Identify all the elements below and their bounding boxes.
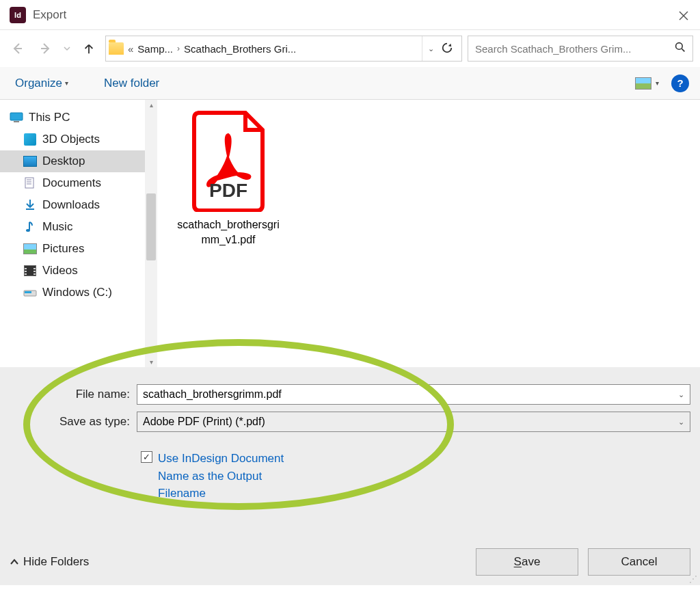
save-label-rest: ave (522, 555, 540, 568)
svg-point-4 (676, 43, 683, 50)
view-mode-button[interactable]: ▾ (635, 77, 659, 90)
pdf-icon: PDF (187, 109, 269, 212)
bottom-bar: Hide Folders Save Cancel (10, 548, 690, 576)
save-as-type-label: Save as type: (10, 415, 137, 429)
breadcrumb-prefix: « (128, 43, 133, 55)
scroll-thumb[interactable] (146, 193, 156, 260)
svg-rect-8 (25, 178, 33, 188)
breadcrumb-segment-2[interactable]: Scathach_Brothers Gri... (184, 43, 296, 55)
pictures-icon (23, 243, 37, 254)
svg-rect-15 (25, 291, 31, 293)
new-folder-label: New folder (104, 77, 159, 90)
scroll-up-icon[interactable]: ▴ (145, 101, 157, 109)
drive-icon (23, 287, 37, 298)
bottom-panel: File name: ⌄ Save as type: Adobe PDF (Pr… (0, 368, 700, 585)
window-title: Export (33, 8, 66, 22)
chevron-down-icon[interactable]: ⌄ (678, 418, 684, 427)
save-as-type-row: Save as type: Adobe PDF (Print) (*.pdf) … (10, 412, 690, 432)
use-document-name-row: ✓ Use InDesign Document Name as the Outp… (141, 450, 690, 502)
cancel-label: Cancel (621, 555, 658, 569)
file-name-input[interactable] (143, 388, 684, 401)
folder-icon (109, 42, 124, 55)
search-input[interactable] (475, 43, 669, 55)
chevron-up-icon (10, 557, 19, 567)
use-document-name-checkbox[interactable]: ✓ (141, 451, 152, 463)
sidebar: This PC 3D Objects Desktop Documents Dow… (0, 100, 157, 367)
sidebar-item-videos[interactable]: Videos (0, 260, 157, 282)
new-folder-button[interactable]: New folder (100, 74, 163, 93)
svg-point-13 (26, 229, 30, 232)
save-button[interactable]: Save (476, 548, 578, 576)
save-as-type-select[interactable]: Adobe PDF (Print) (*.pdf) ⌄ (137, 412, 690, 432)
this-pc-icon (10, 112, 23, 123)
sidebar-scrollbar[interactable]: ▴ ▾ (145, 100, 157, 367)
search-box[interactable] (468, 36, 693, 62)
forward-button[interactable] (34, 38, 56, 59)
use-document-name-label[interactable]: Use InDesign Document Name as the Output… (158, 450, 308, 502)
videos-icon (23, 265, 37, 276)
file-name-row: File name: ⌄ (10, 384, 690, 405)
documents-icon (23, 178, 37, 189)
chevron-right-icon: › (177, 44, 180, 53)
sidebar-item-music[interactable]: Music (0, 216, 157, 238)
back-button[interactable] (7, 38, 29, 59)
sidebar-item-label: Pictures (42, 242, 84, 256)
titlebar: Id Export (0, 0, 700, 30)
chevron-down-icon: ▾ (656, 79, 659, 87)
hide-folders-label: Hide Folders (23, 555, 89, 569)
sidebar-item-downloads[interactable]: Downloads (0, 194, 157, 216)
chevron-down-icon[interactable]: ⌄ (678, 390, 684, 399)
up-button[interactable] (78, 38, 100, 59)
navigation-row: « Samp... › Scathach_Brothers Gri... ⌄ (0, 30, 700, 67)
file-name-label: File name: (10, 388, 137, 401)
sidebar-item-label: Windows (C:) (42, 286, 112, 299)
address-bar[interactable]: « Samp... › Scathach_Brothers Gri... ⌄ (105, 36, 462, 62)
indesign-app-icon: Id (10, 7, 26, 23)
svg-line-5 (682, 49, 684, 51)
toolbar: Organize ▾ New folder ▾ ? (0, 67, 700, 100)
breadcrumb-segment-1[interactable]: Samp... (137, 43, 173, 55)
refresh-icon[interactable] (441, 42, 453, 56)
search-icon[interactable] (675, 42, 686, 55)
view-mode-icon (635, 77, 651, 90)
sidebar-item-label: Music (42, 220, 72, 234)
sidebar-item-pictures[interactable]: Pictures (0, 238, 157, 260)
sidebar-item-desktop[interactable]: Desktop (0, 150, 157, 172)
organize-button[interactable]: Organize ▾ (11, 74, 72, 93)
file-name-input-wrapper[interactable]: ⌄ (137, 384, 690, 405)
resize-grip-icon[interactable]: ⋰ (688, 574, 697, 584)
svg-rect-6 (10, 113, 23, 120)
svg-text:PDF: PDF (209, 180, 247, 201)
sidebar-item-3d-objects[interactable]: 3D Objects (0, 129, 157, 150)
music-icon (23, 221, 37, 232)
sidebar-item-documents[interactable]: Documents (0, 172, 157, 194)
file-name-label: scathach_brothersgrimm_v1.pdf (174, 217, 283, 247)
sidebar-item-label: This PC (29, 111, 70, 124)
sidebar-item-this-pc[interactable]: This PC (0, 107, 157, 129)
scroll-down-icon[interactable]: ▾ (145, 358, 157, 366)
sidebar-item-label: Videos (42, 264, 78, 278)
chevron-down-icon: ▾ (65, 79, 68, 87)
recent-dropdown[interactable] (62, 38, 72, 59)
address-dropdown-icon[interactable]: ⌄ (428, 44, 434, 53)
sidebar-item-label: Documents (42, 176, 101, 190)
sidebar-item-windows-c[interactable]: Windows (C:) (0, 282, 157, 304)
3d-objects-icon (23, 134, 37, 145)
sidebar-item-label: Desktop (42, 154, 85, 168)
save-as-type-value: Adobe PDF (Print) (*.pdf) (143, 416, 684, 428)
svg-rect-7 (14, 121, 19, 122)
file-pane[interactable]: PDF scathach_brothersgrimm_v1.pdf (157, 100, 700, 367)
desktop-icon (23, 156, 37, 167)
cancel-button[interactable]: Cancel (588, 548, 690, 576)
close-icon[interactable] (678, 9, 690, 21)
hide-folders-button[interactable]: Hide Folders (10, 555, 89, 569)
sidebar-item-label: 3D Objects (42, 133, 100, 146)
sidebar-item-label: Downloads (42, 198, 100, 212)
main-area: This PC 3D Objects Desktop Documents Dow… (0, 100, 700, 368)
help-icon[interactable]: ? (671, 75, 689, 92)
file-item[interactable]: PDF scathach_brothersgrimm_v1.pdf (174, 109, 283, 247)
downloads-icon (23, 200, 37, 211)
organize-label: Organize (15, 77, 62, 90)
